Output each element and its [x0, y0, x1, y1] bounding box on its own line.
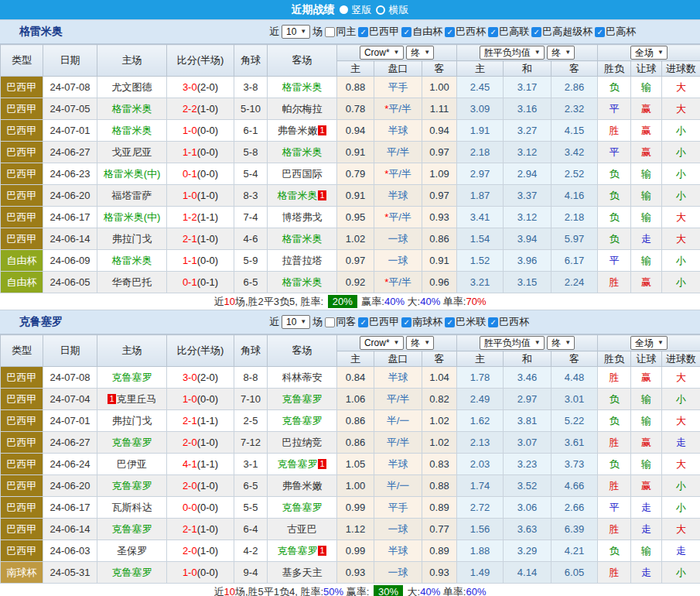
handicap-cell: 半球 [374, 367, 422, 389]
away-team-cell: 克鲁塞罗1 [268, 454, 337, 475]
bookmaker-select[interactable]: Crow*▼ [360, 336, 404, 350]
league-cell: 巴西甲 [1, 389, 43, 410]
league-filter-checkbox[interactable]: ✓南球杯 [401, 315, 442, 329]
league-filter-checkbox[interactable]: ✓巴高超级杯 [531, 25, 592, 39]
scope-select[interactable]: 全场▼ [630, 46, 668, 60]
avg-away-cell: 5.97 [551, 228, 598, 250]
recent-count-select[interactable]: 10▼ [282, 315, 310, 329]
corner-cell: 5-9 [234, 250, 268, 272]
handicap-result-cell: 输 [631, 454, 662, 475]
league-cell: 巴西甲 [1, 98, 43, 120]
record-summary: 近10场,胜5平1负4, 胜率:50% 赢率: 30% 大:40% 单率:60% [0, 584, 700, 596]
page-title: 近期战绩 [292, 3, 335, 17]
handicap-text: 平/半 [388, 168, 411, 180]
handicap-cell: 半球 [374, 540, 422, 562]
league-filter-checkbox[interactable]: ✓巴高杯 [595, 25, 636, 39]
layout-radio-group: 竖版 横版 [340, 3, 409, 17]
summary-text: 场,胜2平3负5, 胜率: [235, 295, 326, 309]
away-odds-cell: 0.91 [422, 250, 457, 272]
wdl-result-cell: 负 [598, 540, 631, 562]
checkbox-unchecked-icon [325, 27, 335, 37]
odds-time-select[interactable]: 终▼ [406, 46, 434, 60]
avg-draw-cell: 3.81 [504, 410, 551, 432]
away-team-cell: 格雷米奥 [268, 77, 337, 98]
sub-header-handicap: 盘口 [374, 351, 422, 367]
date-cell: 24-06-17 [43, 497, 97, 519]
goals-result-cell: 小 [662, 272, 700, 293]
match-row: 巴西甲24-06-27克鲁塞罗2-0(1-0)7-12巴拉纳竞0.86平/半1.… [1, 432, 700, 454]
radio-horizontal-label[interactable]: 横版 [389, 3, 409, 17]
halftime-score: (0-0) [197, 146, 218, 158]
rate-badge: 30% [374, 585, 403, 596]
fulltime-score: 2-1 [183, 415, 197, 426]
away-team-cell: 格雷米奥 [268, 272, 337, 293]
goals-result-cell: 大 [662, 454, 700, 475]
date-cell: 24-06-14 [43, 228, 97, 250]
recent-count-select[interactable]: 10▼ [282, 25, 310, 39]
checkbox-checked-icon: ✓ [358, 27, 368, 37]
avg-draw-cell: 3.37 [504, 185, 551, 207]
league-filter-checkbox[interactable]: ✓巴西杯 [488, 315, 529, 329]
handicap-cell: 一球 [374, 519, 422, 540]
wdl-result-cell: 负 [598, 185, 631, 207]
home-team-cell: 弗拉门戈 [97, 410, 167, 432]
avg-time-select[interactable]: 终▼ [547, 46, 575, 60]
red-card-badge: 1 [318, 125, 326, 135]
halftime-score: (0-1) [197, 276, 218, 288]
league-cell: 巴西甲 [1, 410, 43, 432]
sub-header-avg-draw: 和 [504, 351, 551, 367]
handicap-cell: *平/半 [374, 207, 422, 228]
home-team-name: 弗拉门戈 [112, 415, 152, 426]
avg-away-cell: 4.48 [551, 367, 598, 389]
bookmaker-select[interactable]: Crow*▼ [360, 46, 404, 60]
corner-cell: 6-5 [234, 272, 268, 293]
sub-header-handicap: 盘口 [374, 61, 422, 77]
date-cell: 24-07-08 [43, 77, 97, 98]
league-filter-checkbox[interactable]: ✓巴高联 [488, 25, 529, 39]
handicap-result-cell: 输 [631, 410, 662, 432]
avg-away-cell: 6.39 [551, 519, 598, 540]
away-team-name: 科林蒂安 [282, 372, 323, 383]
league-filter-checkbox[interactable]: ✓巴米联 [445, 315, 486, 329]
radio-vertical-label[interactable]: 竖版 [352, 3, 372, 17]
league-filter-checkbox[interactable]: ✓巴西甲 [358, 25, 399, 39]
halftime-score: (1-0) [197, 233, 218, 245]
matches-table: 类型 日期 主场 比分(半场) 角球 客场 Crow*▼ 终▼ 胜平负均值▼ 终… [0, 44, 700, 293]
goals-result-cell: 小 [662, 120, 700, 142]
home-odds-cell: 0.84 [337, 367, 374, 389]
team-name: 格雷米奥 [19, 25, 63, 39]
team-section-cruzeiro: 克鲁塞罗 近10▼场同客✓巴西甲✓南球杯✓巴米联✓巴西杯 类型 日期 主场 比分… [0, 310, 700, 596]
away-odds-cell: 1.09 [422, 163, 457, 185]
date-cell: 24-07-01 [43, 120, 97, 142]
avg-time-select[interactable]: 终▼ [547, 336, 575, 350]
avg-home-cell: 2.45 [457, 77, 504, 98]
same-venue-checkbox[interactable]: 同客 [325, 315, 356, 329]
league-filter-checkbox[interactable]: ✓巴西甲 [358, 315, 399, 329]
fulltime-score: 1-2 [183, 211, 197, 223]
league-filter-checkbox[interactable]: ✓自由杯 [401, 25, 442, 39]
league-filter-checkbox-label: 巴西杯 [456, 25, 486, 39]
away-team-cell: 巴西国际 [268, 163, 337, 185]
odds-time-select[interactable]: 终▼ [406, 336, 434, 350]
avg-away-cell: 2.52 [551, 163, 598, 185]
home-team-cell: 尤文图德 [97, 77, 167, 98]
sub-header-wdl: 胜负 [598, 351, 631, 367]
league-filter-checkbox[interactable]: ✓巴西杯 [445, 25, 486, 39]
chevron-down-icon: ▼ [394, 337, 400, 348]
title-bar: 近期战绩 竖版 横版 [0, 0, 700, 19]
avg-odds-select[interactable]: 胜平负均值▼ [480, 336, 545, 350]
wdl-result-cell: 平 [598, 250, 631, 272]
radio-selected-icon[interactable] [340, 5, 348, 14]
handicap-cell: 平手 [374, 77, 422, 98]
home-team-name: 克鲁塞罗 [112, 437, 152, 448]
league-cell: 巴西甲 [1, 207, 43, 228]
summary-text: 40% [384, 296, 405, 307]
avg-draw-cell: 3.07 [504, 432, 551, 454]
home-team-cell: 格雷米奥 [97, 98, 167, 120]
same-venue-checkbox[interactable]: 同主 [325, 25, 356, 39]
scope-select[interactable]: 全场▼ [630, 336, 668, 350]
date-cell: 24-06-20 [43, 475, 97, 497]
fulltime-score: 1-0 [183, 125, 197, 136]
avg-odds-select[interactable]: 胜平负均值▼ [480, 46, 545, 60]
radio-unselected-icon[interactable] [376, 5, 385, 15]
